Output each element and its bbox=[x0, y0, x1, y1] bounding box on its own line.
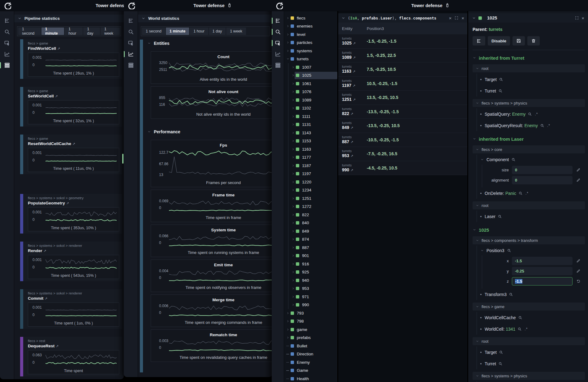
clear-query-icon[interactable]: × bbox=[449, 16, 452, 20]
query-row-1251[interactable]: turrets1251 ↗13.5, -0.25, 10.5 bbox=[338, 91, 467, 105]
tree-item-1089[interactable]: 1089 bbox=[284, 96, 337, 104]
group-heading[interactable]: inherited from Turret bbox=[473, 54, 585, 62]
component-section[interactable]: flecs > components > transform bbox=[473, 236, 585, 244]
stat-title[interactable]: DequeueRest ↗ bbox=[28, 344, 119, 348]
sidebar-stats-button[interactable] bbox=[124, 61, 138, 69]
component-section[interactable]: flecs > core bbox=[473, 145, 585, 153]
tree-item-990[interactable]: 990 bbox=[284, 301, 337, 309]
external-link-icon[interactable]: ↗ bbox=[350, 126, 353, 130]
pair-WorldCell[interactable]: WorldCell: 1341.* bbox=[480, 323, 585, 335]
sidebar-chart-button[interactable] bbox=[272, 50, 284, 58]
component-header[interactable]: Position3 bbox=[480, 246, 585, 255]
tree-item-1007[interactable]: 1007 bbox=[284, 63, 337, 71]
tree-item-940[interactable]: 940 bbox=[284, 276, 337, 285]
entity-id[interactable]: 849 ↗ bbox=[342, 125, 367, 130]
stat-title[interactable]: SetWorldCell ↗ bbox=[28, 94, 119, 98]
tree-item-turrets[interactable]: turrets bbox=[284, 55, 337, 63]
entity-id[interactable]: 1025 ↗ bbox=[342, 41, 367, 46]
tree-item-874[interactable]: 874 bbox=[284, 235, 337, 244]
query-row-1197[interactable]: turrets1197 ↗10.5, -0.25, -1.5 bbox=[338, 77, 467, 91]
tree-item-953[interactable]: 953 bbox=[284, 285, 337, 293]
external-link-icon[interactable]: ↗ bbox=[72, 142, 75, 146]
query-row-990[interactable]: turrets990 ↗-4.5, -0.25, 10.5 bbox=[338, 161, 467, 175]
delete-button[interactable] bbox=[527, 36, 540, 45]
sidebar-search-button[interactable] bbox=[124, 28, 138, 36]
query-row-1089[interactable]: turrets1089 ↗1.5, -0.25, 22.5 bbox=[338, 49, 467, 63]
scrollbar-thumb[interactable] bbox=[122, 154, 123, 164]
tag-Target[interactable]: Target bbox=[480, 346, 585, 358]
sidebar-inspect-button[interactable] bbox=[124, 39, 138, 47]
external-link-icon[interactable]: ↗ bbox=[43, 249, 46, 253]
tree-item-Health[interactable]: Health bbox=[284, 375, 337, 382]
stat-title[interactable]: Commit ↗ bbox=[28, 296, 119, 301]
component-header[interactable]: Component bbox=[480, 155, 585, 165]
tag-Turret[interactable]: Turret bbox=[480, 358, 585, 369]
world-panel-header[interactable]: World statistics bbox=[138, 15, 272, 22]
tree-item-1131[interactable]: 1131 bbox=[284, 121, 337, 129]
stat-title[interactable]: FindWorldCell ↗ bbox=[28, 46, 119, 51]
external-link-icon[interactable]: ↗ bbox=[353, 56, 356, 59]
tree-item-1153[interactable]: 1153 bbox=[284, 137, 337, 145]
field-input[interactable]: -1.5 bbox=[512, 257, 573, 265]
entity-id[interactable]: 1251 ↗ bbox=[342, 97, 367, 102]
tree-item-1061[interactable]: 1061 bbox=[284, 79, 337, 88]
disable-button[interactable]: Disable bbox=[488, 36, 510, 45]
external-link-icon[interactable]: ↗ bbox=[350, 112, 353, 116]
sidebar-inspect-button[interactable] bbox=[272, 39, 284, 47]
tree-item-798[interactable]: 798 bbox=[284, 317, 337, 326]
tree-item-level[interactable]: level bbox=[284, 30, 337, 39]
external-link-icon[interactable]: ↗ bbox=[352, 84, 355, 88]
tag-WorldCellCache[interactable]: WorldCellCache bbox=[480, 312, 585, 323]
entity-id[interactable]: 822 ↗ bbox=[342, 111, 367, 116]
tree-item-1197[interactable]: 1197 bbox=[284, 170, 337, 178]
tree-item-1187[interactable]: 1187 bbox=[284, 161, 337, 170]
tag-Transform3[interactable]: Transform3 bbox=[480, 289, 585, 300]
query-row-1025[interactable]: turrets1025 ↗-1.5, -0.25, -1.5 bbox=[338, 34, 467, 49]
pair-SpatialQuery[interactable]: SpatialQuery: Enemy.* bbox=[480, 108, 585, 120]
tree-item-1102[interactable]: 1102 bbox=[284, 104, 337, 113]
undo-icon[interactable] bbox=[576, 279, 581, 283]
query-row-822[interactable]: turrets822 ↗-13.5, -0.25, -1.5 bbox=[338, 105, 467, 119]
time-button-1-minute[interactable]: 1 minute bbox=[41, 28, 64, 35]
entity-id[interactable]: 990 ↗ bbox=[342, 167, 367, 173]
section-header-Entities[interactable]: Entities bbox=[147, 40, 272, 47]
time-button-1-day[interactable]: 1 day bbox=[209, 28, 226, 35]
tag-Turret[interactable]: Turret bbox=[480, 85, 585, 97]
tree-item-prefabs[interactable]: prefabs bbox=[284, 334, 337, 342]
field-input[interactable]: -1.5 bbox=[512, 277, 573, 285]
tree-item-1272[interactable]: 1272 bbox=[284, 203, 337, 211]
entity-id[interactable]: 953 ↗ bbox=[342, 153, 367, 158]
sidebar-inspect-button[interactable] bbox=[0, 39, 14, 47]
sidebar-chart-button[interactable] bbox=[0, 50, 14, 58]
tree-item-822[interactable]: 822 bbox=[284, 211, 337, 219]
tree-item-particles[interactable]: particles bbox=[284, 39, 337, 47]
entity-id[interactable]: 1089 ↗ bbox=[342, 55, 367, 60]
tree-item-840[interactable]: 840 bbox=[284, 219, 337, 227]
time-button-1-second[interactable]: 1 second bbox=[142, 28, 165, 35]
tree-item-Game[interactable]: Game bbox=[284, 367, 337, 375]
external-link-icon[interactable]: ↗ bbox=[66, 201, 69, 205]
tree-item-systems[interactable]: systems bbox=[284, 47, 337, 55]
tree-item-1177[interactable]: 1177 bbox=[284, 153, 337, 162]
tree-item-1251[interactable]: 1251 bbox=[284, 194, 337, 203]
time-button-1-hour[interactable]: 1 hour bbox=[190, 28, 208, 35]
time-button-1-week[interactable]: 1 week bbox=[101, 28, 120, 35]
query-row-849[interactable]: turrets849 ↗-13.5, -0.25, 10.5 bbox=[338, 119, 467, 133]
field-input[interactable]: 0 bbox=[512, 166, 573, 174]
close-icon[interactable]: × bbox=[461, 16, 464, 20]
time-button-1-second[interactable]: 1 second bbox=[18, 28, 41, 35]
fullscreen-icon[interactable] bbox=[454, 16, 459, 20]
tree-item-1143[interactable]: 1143 bbox=[284, 129, 337, 137]
tree-item-1025[interactable]: 1025 bbox=[284, 71, 337, 80]
tree-item-971[interactable]: 971 bbox=[284, 293, 337, 301]
tree-item-1220[interactable]: 1220 bbox=[284, 178, 337, 186]
tree-item-Direction[interactable]: Direction bbox=[284, 350, 337, 358]
component-section[interactable]: flecs > systems > physics bbox=[473, 99, 585, 107]
tree-item-887[interactable]: 887 bbox=[284, 243, 337, 252]
edit-icon[interactable] bbox=[576, 168, 581, 172]
tree-item-Enemy[interactable]: Enemy bbox=[284, 358, 337, 367]
external-link-icon[interactable]: ↗ bbox=[350, 140, 353, 144]
component-section[interactable]: root bbox=[473, 337, 585, 345]
external-link-icon[interactable]: ↗ bbox=[353, 98, 356, 101]
chevron-down-icon[interactable] bbox=[341, 16, 345, 20]
